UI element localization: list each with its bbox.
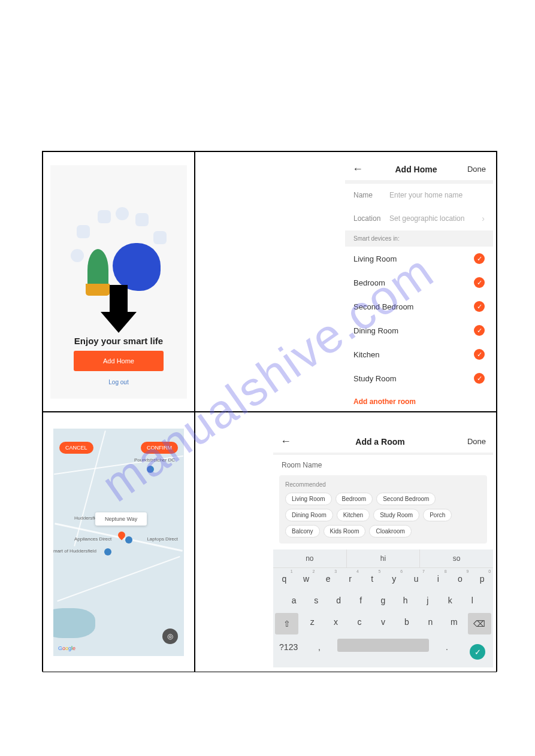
room-label: Bedroom xyxy=(353,278,385,287)
google-logo: Google xyxy=(58,645,75,651)
room-name-input[interactable]: Room Name xyxy=(273,455,493,475)
period-key[interactable]: . xyxy=(431,636,462,667)
room-row[interactable]: Living Room✓ xyxy=(345,247,493,271)
key[interactable]: w2 xyxy=(295,568,318,590)
key[interactable]: k xyxy=(439,590,461,611)
confirm-button[interactable]: CONFIRM xyxy=(141,442,178,454)
done-button[interactable]: Done xyxy=(462,437,486,446)
onboarding-illustration xyxy=(71,201,167,291)
room-chip[interactable]: Kids Room xyxy=(324,525,366,538)
check-icon: ✓ xyxy=(474,373,485,384)
check-icon: ✓ xyxy=(474,301,485,312)
suggestion[interactable]: no xyxy=(273,549,347,567)
room-chip[interactable]: Dining Room xyxy=(285,509,333,521)
screen-add-home: ← Add Home Done Name Enter your home nam… xyxy=(195,151,497,412)
room-label: Study Room xyxy=(353,374,397,383)
done-button[interactable]: Done xyxy=(462,165,486,174)
key[interactable]: h xyxy=(394,590,416,611)
room-chip[interactable]: Bedroom xyxy=(335,493,373,505)
key[interactable]: e3 xyxy=(317,568,339,590)
suggestion[interactable]: so xyxy=(420,549,493,567)
header: ← Add a Room Done xyxy=(273,430,493,453)
logout-link[interactable]: Log out xyxy=(50,379,187,385)
room-row[interactable]: Bedroom✓ xyxy=(345,271,493,294)
room-row[interactable]: Study Room✓ xyxy=(345,366,493,390)
add-home-button[interactable]: Add Home xyxy=(74,351,164,371)
key[interactable]: y6 xyxy=(383,568,406,590)
room-row[interactable]: Dining Room✓ xyxy=(345,318,493,342)
room-chip[interactable]: Living Room xyxy=(285,493,332,505)
keyboard-row: asdfghjkl xyxy=(273,590,493,611)
keyboard: nohiso q1w2e3r4t5y6u7i8o9p0 asdfghjkl ⇧z… xyxy=(273,549,493,667)
suggestion[interactable]: hi xyxy=(347,549,421,567)
key[interactable]: c xyxy=(347,611,371,636)
room-chip[interactable]: Porch xyxy=(423,509,452,521)
room-row[interactable]: Kitchen✓ xyxy=(345,342,493,366)
map-label: Laptops Direct xyxy=(147,536,178,542)
map-pin-icon xyxy=(104,548,111,555)
location-row[interactable]: Location Set geographic location › xyxy=(345,207,493,230)
symbols-key[interactable]: ?123 xyxy=(273,636,304,667)
key[interactable]: d xyxy=(327,590,349,611)
key[interactable]: f xyxy=(350,590,372,611)
key[interactable]: j xyxy=(416,590,439,611)
key[interactable]: p0 xyxy=(471,568,493,590)
room-chip[interactable]: Balcony xyxy=(285,525,320,538)
keyboard-row: ?123 , . ✓ xyxy=(273,636,493,667)
map-pin-icon xyxy=(125,536,132,544)
back-icon[interactable]: ← xyxy=(352,163,370,175)
backspace-key[interactable]: ⌫ xyxy=(468,613,491,634)
shift-key[interactable]: ⇧ xyxy=(275,613,298,634)
room-chip[interactable]: Study Room xyxy=(373,509,419,521)
keyboard-row: ⇧zxcvbnm⌫ xyxy=(273,611,493,636)
key[interactable]: l xyxy=(461,590,483,611)
check-icon: ✓ xyxy=(474,325,485,336)
map-view[interactable]: CANCEL CONFIRM Poundstretcher DC Hudders… xyxy=(53,429,184,656)
key[interactable]: x xyxy=(324,611,347,636)
cancel-button[interactable]: CANCEL xyxy=(59,442,93,454)
room-chip[interactable]: Kitchen xyxy=(337,509,370,521)
my-location-button[interactable]: ◎ xyxy=(162,629,178,644)
key[interactable]: s xyxy=(305,590,327,611)
key[interactable]: t5 xyxy=(361,568,383,590)
key[interactable]: m xyxy=(442,611,466,636)
key[interactable]: a xyxy=(283,590,305,611)
phone-frame: Enjoy your smart life Add Home Log out xyxy=(50,165,187,399)
key[interactable]: v xyxy=(371,611,395,636)
room-chip[interactable]: Cloakroom xyxy=(369,525,411,538)
tagline-text: Enjoy your smart life xyxy=(50,336,187,346)
name-input[interactable]: Enter your home name xyxy=(389,191,485,199)
name-row[interactable]: Name Enter your home name xyxy=(345,184,493,207)
key[interactable]: z xyxy=(300,611,324,636)
add-room-link[interactable]: Add another room xyxy=(345,390,493,412)
map-label: Poundstretcher DC xyxy=(134,457,175,463)
key[interactable]: u7 xyxy=(405,568,427,590)
screen-map: CANCEL CONFIRM Poundstretcher DC Hudders… xyxy=(43,412,195,672)
recommended-label: Recommended xyxy=(285,481,481,488)
screen-enjoy-smart-life: Enjoy your smart life Add Home Log out xyxy=(43,151,195,412)
down-arrow-icon xyxy=(101,285,137,336)
rooms-list: Living Room✓Bedroom✓Second Bedroom✓Dinin… xyxy=(345,247,493,390)
enter-key[interactable]: ✓ xyxy=(463,636,493,667)
room-label: Second Bedroom xyxy=(353,302,413,311)
back-icon[interactable]: ← xyxy=(280,435,298,448)
room-chip[interactable]: Second Bedroom xyxy=(376,493,436,505)
room-row[interactable]: Second Bedroom✓ xyxy=(345,294,493,318)
screenshot-grid: Enjoy your smart life Add Home Log out ←… xyxy=(42,151,497,672)
location-value: Set geographic location xyxy=(389,214,482,223)
key[interactable]: r4 xyxy=(339,568,361,590)
location-tooltip: Neptune Way xyxy=(95,512,147,526)
comma-key[interactable]: , xyxy=(304,636,334,667)
room-label: Kitchen xyxy=(353,350,379,359)
key[interactable]: b xyxy=(395,611,418,636)
space-key[interactable] xyxy=(337,639,430,652)
key[interactable]: g xyxy=(372,590,394,611)
key[interactable]: o9 xyxy=(449,568,471,590)
key[interactable]: n xyxy=(419,611,442,636)
key[interactable]: i8 xyxy=(427,568,449,590)
name-label: Name xyxy=(353,191,389,199)
section-header: Smart devices in: xyxy=(345,230,493,247)
header: ← Add Home Done xyxy=(345,158,493,180)
key[interactable]: q1 xyxy=(273,568,295,590)
page-title: Add Home xyxy=(370,165,462,174)
